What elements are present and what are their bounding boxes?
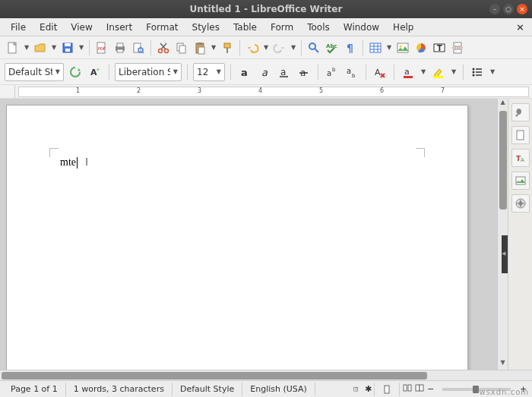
spellcheck-button[interactable]: Abc xyxy=(324,39,340,56)
view-multi-page-button[interactable] xyxy=(400,383,412,395)
sidebar-styles-button[interactable]: TA xyxy=(511,149,530,167)
insert-image-button[interactable] xyxy=(394,39,411,56)
status-save-icon[interactable]: ✱ xyxy=(362,384,374,394)
font-color-dropdown[interactable]: ▼ xyxy=(420,68,427,75)
horizontal-ruler[interactable]: 1 2 3 4 5 6 7 xyxy=(18,87,529,97)
bullet-list-button[interactable] xyxy=(469,64,486,80)
zoom-out-button[interactable]: − xyxy=(424,384,436,394)
font-name-combo[interactable]: Liberation S ▼ xyxy=(115,63,182,81)
close-window-button[interactable]: × xyxy=(517,4,527,14)
status-style[interactable]: Default Style xyxy=(173,383,242,396)
svg-text:A: A xyxy=(521,157,524,163)
print-button[interactable] xyxy=(112,39,128,56)
redo-dropdown[interactable]: ▼ xyxy=(290,44,297,51)
new-dropdown[interactable]: ▼ xyxy=(23,44,30,51)
update-style-button[interactable] xyxy=(67,64,84,80)
menu-window[interactable]: Window xyxy=(337,20,385,35)
document-area[interactable]: mteI xyxy=(0,99,497,370)
insert-chart-button[interactable] xyxy=(413,39,429,56)
svg-rect-27 xyxy=(370,43,381,52)
menu-file[interactable]: File xyxy=(5,20,32,35)
find-replace-button[interactable] xyxy=(306,39,322,56)
menu-form[interactable]: Form xyxy=(264,20,299,35)
page[interactable]: mteI xyxy=(6,105,468,370)
highlight-button[interactable] xyxy=(430,64,447,80)
insert-page-break-button[interactable] xyxy=(449,39,466,56)
menu-help[interactable]: Help xyxy=(387,20,420,35)
minimize-button[interactable]: – xyxy=(489,4,500,14)
svg-text:a: a xyxy=(404,67,410,77)
close-document-button[interactable]: × xyxy=(513,21,527,33)
view-book-button[interactable] xyxy=(412,383,424,395)
open-button[interactable] xyxy=(32,39,49,56)
menu-edit[interactable]: Edit xyxy=(33,20,63,35)
font-color-button[interactable]: a xyxy=(400,64,416,80)
zoom-slider-thumb[interactable] xyxy=(473,386,479,393)
save-dropdown[interactable]: ▼ xyxy=(78,44,85,51)
font-size-combo[interactable]: 12 ▼ xyxy=(193,63,225,81)
sidebar-properties-button[interactable] xyxy=(511,103,530,121)
chevron-down-icon: ▼ xyxy=(217,68,221,75)
strikethrough-button[interactable]: a xyxy=(296,64,312,80)
highlight-dropdown[interactable]: ▼ xyxy=(450,68,458,75)
bullet-dropdown[interactable]: ▼ xyxy=(489,68,496,75)
save-button[interactable] xyxy=(59,39,76,56)
view-single-page-button[interactable] xyxy=(374,383,400,396)
menu-format[interactable]: Format xyxy=(140,20,184,35)
undo-dropdown[interactable]: ▼ xyxy=(262,44,270,51)
svg-rect-2 xyxy=(65,43,71,46)
insert-table-button[interactable] xyxy=(367,39,384,56)
cut-button[interactable] xyxy=(155,39,172,56)
superscript-button[interactable]: ab xyxy=(324,64,340,80)
status-language[interactable]: English (USA) xyxy=(242,383,315,396)
hscroll-track[interactable] xyxy=(0,370,532,380)
insert-textbox-button[interactable]: T xyxy=(431,39,448,56)
formatting-marks-button[interactable]: ¶ xyxy=(342,39,359,56)
new-style-button[interactable]: A+ xyxy=(87,64,103,80)
svg-text:Abc: Abc xyxy=(326,43,337,49)
export-pdf-button[interactable]: PDF xyxy=(93,39,110,56)
sidebar-gallery-button[interactable] xyxy=(511,172,530,190)
horizontal-scrollbar[interactable] xyxy=(0,370,532,380)
hscroll-thumb[interactable] xyxy=(2,372,427,380)
underline-button[interactable]: a xyxy=(276,64,293,80)
menu-view[interactable]: View xyxy=(65,20,98,35)
open-dropdown[interactable]: ▼ xyxy=(50,44,58,51)
paste-dropdown[interactable]: ▼ xyxy=(210,44,217,51)
svg-point-58 xyxy=(473,71,475,73)
table-dropdown[interactable]: ▼ xyxy=(385,44,393,51)
ruler-corner xyxy=(0,85,15,98)
bold-button[interactable]: a xyxy=(236,64,253,80)
ruler-mark: 3 xyxy=(198,87,201,94)
subscript-button[interactable]: ab xyxy=(344,64,360,80)
menu-tools[interactable]: Tools xyxy=(301,20,336,35)
print-preview-button[interactable] xyxy=(130,39,147,56)
new-document-button[interactable] xyxy=(5,39,21,56)
clear-formatting-button[interactable]: A xyxy=(372,64,388,80)
vertical-scrollbar[interactable]: ▲ ▼ xyxy=(497,99,508,370)
sidebar-page-button[interactable] xyxy=(511,126,530,144)
vscroll-track[interactable] xyxy=(498,109,508,359)
document-text[interactable]: mte xyxy=(60,156,76,168)
maximize-button[interactable]: ○ xyxy=(503,4,514,14)
redo-button[interactable] xyxy=(271,39,288,56)
sidebar-expander[interactable] xyxy=(502,235,508,273)
paragraph-style-combo[interactable]: Default Styl ▼ xyxy=(5,63,64,81)
svg-point-60 xyxy=(473,74,475,76)
undo-button[interactable] xyxy=(244,39,261,56)
paste-button[interactable] xyxy=(192,39,208,56)
clone-formatting-button[interactable] xyxy=(219,39,236,56)
sidebar-navigator-button[interactable] xyxy=(511,194,530,213)
scroll-down-button[interactable]: ▼ xyxy=(498,359,508,370)
status-signature-icon[interactable]: ⎅ xyxy=(350,384,362,394)
status-page[interactable]: Page 1 of 1 xyxy=(3,383,66,396)
menu-table[interactable]: Table xyxy=(227,20,263,35)
copy-button[interactable] xyxy=(173,39,190,56)
vscroll-thumb[interactable] xyxy=(499,111,507,210)
italic-button[interactable]: a xyxy=(256,64,273,80)
menu-insert[interactable]: Insert xyxy=(100,20,138,35)
scroll-up-button[interactable]: ▲ xyxy=(498,99,508,109)
status-wordcount[interactable]: 1 words, 3 characters xyxy=(66,383,173,396)
menu-styles[interactable]: Styles xyxy=(186,20,226,35)
sidebar: TA xyxy=(508,99,532,370)
